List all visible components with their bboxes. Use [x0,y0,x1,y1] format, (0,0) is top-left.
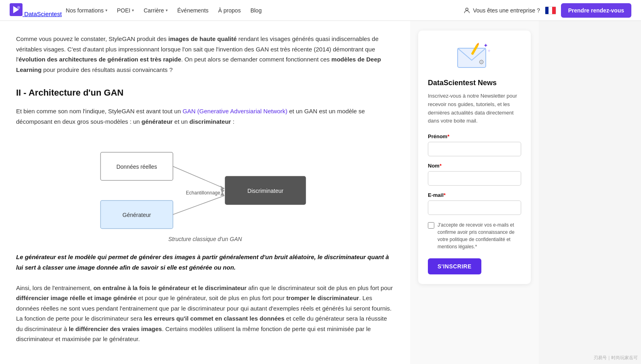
chevron-down-icon: ▾ [132,8,134,12]
newsletter-illustration: ✦ ✧ ⚙ [454,40,495,72]
svg-point-3 [466,8,468,10]
gan-diagram: Données réelles Générateur Discriminateu… [92,136,318,233]
email-input[interactable] [428,200,521,215]
svg-text:Données réelles: Données réelles [116,164,157,170]
nav-link-evenements[interactable]: Événements [173,5,213,16]
svg-text:✧: ✧ [487,49,491,53]
nav-right: Vous êtes une entreprise ? Prendre rende… [463,3,631,18]
enterprise-link[interactable]: Vous êtes une entreprise ? [463,7,540,14]
gan-link[interactable]: GAN (Generative Adversiarial Network) [183,108,288,115]
prenom-label-text: Prénom [428,133,447,139]
prenom-field-group: Prénom* [428,133,521,163]
logo-icon [10,3,23,16]
consent-label: J'accepte de recevoir vos e-mails et con… [438,221,521,250]
paragraph-3: Ainsi, lors de l'entrainement, on entraî… [16,283,394,344]
chevron-down-icon: ▾ [105,8,107,12]
flag-icon[interactable] [545,6,556,14]
svg-text:⚙: ⚙ [479,59,484,65]
page-wrapper: Comme vous pouvez le constater, StyleGAN… [0,21,641,364]
bold-discriminateur: discriminateur [189,118,231,125]
bold-images-haute-qualite: images de haute qualité [168,35,237,42]
svg-line-10 [173,166,224,188]
sidebar-title: DataScientest News [428,79,521,87]
prenom-required-star: * [447,133,449,139]
nom-input[interactable] [428,171,521,186]
bold-evolution: évolution des architectures de génératio… [18,56,181,63]
svg-line-12 [173,196,224,215]
submit-button[interactable]: S'INSCRIRE [428,258,481,274]
prenom-input[interactable] [428,142,521,156]
diagram-svg-wrapper: Données réelles Générateur Discriminateu… [92,136,318,242]
nav-link-blog-label: Blog [251,7,262,14]
bold-entraine: on entraîne à la fois le générateur et l… [93,284,247,291]
svg-point-2 [17,6,20,9]
email-required-star: * [444,192,446,198]
sidebar-illustration: ✦ ✧ ⚙ [428,40,521,72]
sidebar-description: Inscrivez-vous à notre Newsletter pour r… [428,92,521,125]
cta-button[interactable]: Prendre rendez-vous [561,3,631,18]
nom-label-text: Nom [428,163,440,169]
nav-link-poei-label: POEI [117,7,130,14]
svg-text:✦: ✦ [483,42,488,49]
svg-text:Echantillonnage: Echantillonnage [186,190,220,196]
svg-text:Discriminateur: Discriminateur [247,188,284,194]
bold-differencier-vraies: le différencier des vraies images [69,325,162,332]
nav-link-blog[interactable]: Blog [247,5,266,16]
nav-link-formations-label: Nos formations [66,7,104,14]
enterprise-label: Vous êtes une entreprise ? [473,7,540,14]
prenom-label: Prénom* [428,133,521,139]
diagram-container: Données réelles Générateur Discriminateu… [16,136,394,242]
nom-field-group: Nom* [428,163,521,192]
nom-required-star: * [440,163,442,169]
paragraph-1: Comme vous pouvez le constater, StyleGAN… [16,34,394,75]
main-content: Comme vous pouvez le constater, StyleGAN… [0,21,410,364]
sidebar-newsletter-card: ✦ ✧ ⚙ DataScientest News Inscrivez-vous … [418,31,531,284]
nav-link-formations[interactable]: Nos formations ▾ [62,5,111,16]
svg-text:Générateur: Générateur [123,212,151,218]
sidebar: ✦ ✧ ⚙ DataScientest News Inscrivez-vous … [410,21,539,364]
consent-checkbox[interactable] [428,222,434,229]
email-label-text: E-mail [428,192,444,198]
chevron-down-icon: ▾ [166,8,168,12]
nav-link-apropos-label: À propos [218,7,241,14]
email-label: E-mail* [428,192,521,198]
nav-link-poei[interactable]: POEI ▾ [113,5,138,16]
bold-differencier: différencier image réelle et image génér… [16,294,136,301]
nav-link-carriere-label: Carrière [144,7,164,14]
logo-text: DataScientest [24,10,62,17]
nav-link-evenements-label: Événements [177,7,209,14]
nom-label: Nom* [428,163,521,169]
email-field-group: E-mail* [428,192,521,221]
nav-logo[interactable]: DataScientest [10,3,62,17]
section2-heading: II - Architecture d'un GAN [16,88,394,98]
paragraph-2: Et bien comme son nom l'indique, StyleGA… [16,106,394,127]
blockquote: Le générateur est le modèle qui permet d… [16,252,394,273]
consent-row: J'accepte de recevoir vos e-mails et con… [428,221,521,250]
bold-erreurs: les erreurs qu'il commet en classant les… [144,315,285,322]
diagram-caption: Structure classique d'un GAN [168,236,242,242]
nav-links: Nos formations ▾ POEI ▾ Carrière ▾ Événe… [62,5,464,16]
navbar: DataScientest Nos formations ▾ POEI ▾ Ca… [0,0,641,21]
nav-link-carriere[interactable]: Carrière ▾ [140,5,172,16]
bold-generateur: générateur [142,118,173,125]
nav-link-apropos[interactable]: À propos [214,5,245,16]
bold-tromper: tromper le discriminateur [286,294,359,301]
enterprise-icon [463,7,470,14]
